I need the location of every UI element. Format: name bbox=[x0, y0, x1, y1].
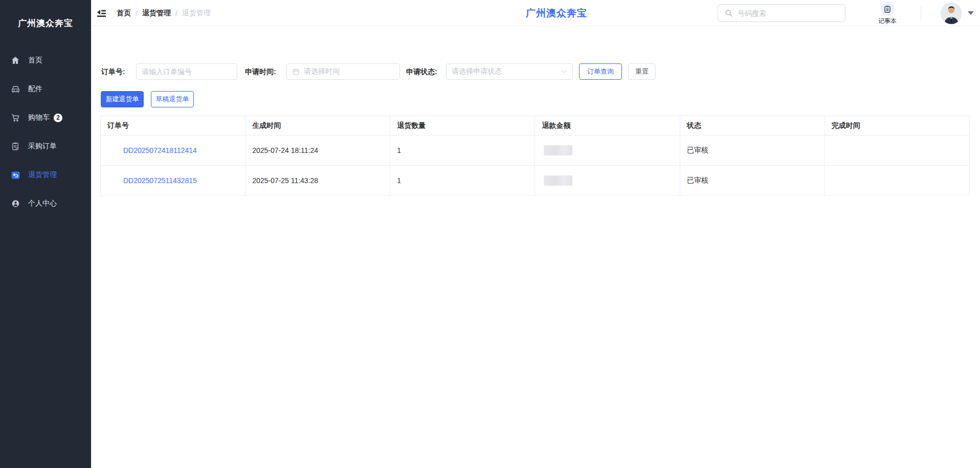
status-cell: 已审核 bbox=[680, 166, 825, 196]
refund-cell bbox=[535, 136, 680, 166]
draft-return-button[interactable]: 草稿退货单 bbox=[151, 91, 194, 107]
new-return-button[interactable]: 新建退货单 bbox=[101, 91, 144, 107]
sidebar-item-label: 个人中心 bbox=[28, 199, 57, 208]
table-row: DD2025072418112414 2025-07-24 18:11:24 1… bbox=[101, 136, 970, 166]
apply-time-picker[interactable]: 请选择时间 bbox=[286, 63, 400, 80]
breadcrumb-current: 退货管理 bbox=[182, 9, 211, 18]
header-divider bbox=[921, 6, 921, 21]
sidebar-collapse-icon[interactable] bbox=[96, 8, 107, 19]
sidebar-item-label: 退货管理 bbox=[28, 170, 57, 180]
returns-table: 订单号 生成时间 退货数量 退款金额 状态 完成时间 DD20250724181… bbox=[100, 116, 970, 196]
notepad-button[interactable]: 记事本 bbox=[870, 2, 905, 26]
breadcrumb-section[interactable]: 退货管理 bbox=[142, 9, 171, 18]
completed-at-cell bbox=[825, 136, 969, 166]
order-no-field[interactable] bbox=[136, 63, 237, 80]
sidebar: 广州澳众奔宝 首页 配件 购物车 2 采购订单 bbox=[0, 0, 91, 468]
reset-button[interactable]: 重置 bbox=[628, 63, 656, 80]
col-completed-at: 完成时间 bbox=[825, 116, 969, 136]
search-icon bbox=[724, 9, 733, 17]
sidebar-item-home[interactable]: 首页 bbox=[0, 46, 91, 75]
search-input[interactable] bbox=[738, 9, 839, 17]
apply-status-select[interactable]: 请选择申请状态 bbox=[446, 63, 573, 80]
home-icon bbox=[10, 55, 20, 65]
created-at-cell: 2025-07-24 18:11:24 bbox=[246, 136, 390, 166]
quantity-cell: 1 bbox=[390, 166, 535, 196]
order-no-label: 订单号: bbox=[101, 68, 125, 77]
sidebar-item-label: 配件 bbox=[28, 84, 42, 94]
sidebar-item-label: 购物车 bbox=[28, 113, 50, 122]
main-area: 首页 / 退货管理 / 退货管理 广州澳众奔宝 记事本 bbox=[91, 0, 980, 468]
cart-icon bbox=[10, 113, 20, 123]
sidebar-item-label: 采购订单 bbox=[28, 142, 57, 151]
breadcrumb-home[interactable]: 首页 bbox=[117, 9, 131, 18]
sidebar-item-label: 首页 bbox=[28, 56, 42, 65]
breadcrumb-separator: / bbox=[136, 9, 138, 17]
notepad-icon bbox=[881, 2, 895, 16]
order-no-link[interactable]: DD2025072418112414 bbox=[123, 146, 197, 154]
completed-at-cell bbox=[825, 166, 969, 196]
created-at-cell: 2025-07-25 11:43:28 bbox=[246, 166, 390, 196]
col-refund: 退款金额 bbox=[535, 116, 680, 136]
breadcrumb-separator: / bbox=[175, 9, 177, 17]
col-order-no: 订单号 bbox=[101, 116, 246, 136]
sidebar-item-cart[interactable]: 购物车 2 bbox=[0, 103, 91, 132]
user-avatar[interactable] bbox=[941, 3, 962, 24]
breadcrumb: 首页 / 退货管理 / 退货管理 bbox=[117, 0, 211, 26]
cart-count-badge: 2 bbox=[54, 114, 62, 122]
sidebar-item-returns[interactable]: 退货管理 bbox=[0, 161, 91, 189]
col-created-at: 生成时间 bbox=[246, 116, 390, 136]
apply-time-placeholder: 请选择时间 bbox=[304, 67, 394, 76]
col-status: 状态 bbox=[680, 116, 825, 136]
clipboard-icon bbox=[10, 141, 20, 151]
apply-status-placeholder: 请选择申请状态 bbox=[452, 67, 560, 76]
sidebar-item-profile[interactable]: 个人中心 bbox=[0, 189, 91, 218]
quantity-cell: 1 bbox=[390, 136, 535, 166]
table-header-row: 订单号 生成时间 退货数量 退款金额 状态 完成时间 bbox=[101, 116, 970, 136]
page-title: 广州澳众奔宝 bbox=[526, 0, 587, 26]
order-no-input[interactable] bbox=[142, 68, 232, 76]
car-icon bbox=[10, 84, 20, 94]
brand-logo: 广州澳众奔宝 bbox=[0, 0, 91, 46]
user-icon bbox=[10, 198, 20, 209]
sidebar-nav: 首页 配件 购物车 2 采购订单 退货管理 bbox=[0, 46, 91, 218]
refund-amount-redacted bbox=[544, 175, 572, 186]
table-row: DD2025072511432815 2025-07-25 11:43:28 1… bbox=[101, 166, 970, 196]
refund-cell bbox=[535, 166, 680, 196]
notepad-label: 记事本 bbox=[870, 17, 905, 26]
sidebar-item-purchase-orders[interactable]: 采购订单 bbox=[0, 132, 91, 161]
number-search[interactable] bbox=[718, 4, 845, 22]
col-quantity: 退货数量 bbox=[390, 116, 535, 136]
apply-time-label: 申请时间: bbox=[245, 68, 276, 77]
sidebar-item-parts[interactable]: 配件 bbox=[0, 75, 91, 103]
chevron-down-icon bbox=[560, 68, 567, 75]
top-bar: 首页 / 退货管理 / 退货管理 广州澳众奔宝 记事本 bbox=[91, 0, 980, 26]
order-query-button[interactable]: 订单查询 bbox=[579, 63, 622, 80]
return-icon bbox=[10, 170, 20, 180]
avatar-dropdown-caret[interactable] bbox=[968, 11, 974, 15]
order-no-link[interactable]: DD2025072511432815 bbox=[123, 176, 197, 185]
calendar-icon bbox=[292, 68, 300, 76]
apply-status-label: 申请状态: bbox=[406, 68, 437, 77]
status-cell: 已审核 bbox=[680, 136, 825, 166]
refund-amount-redacted bbox=[544, 145, 572, 155]
